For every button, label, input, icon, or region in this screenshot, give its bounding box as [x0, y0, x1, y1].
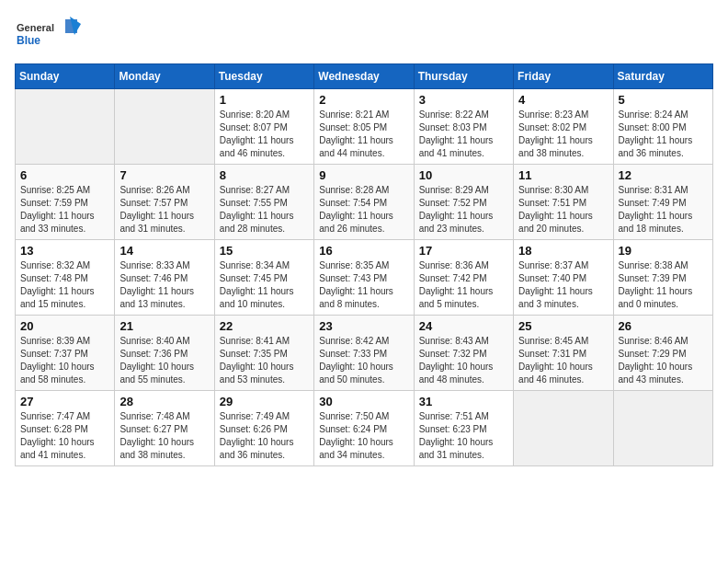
day-number: 18 [518, 244, 608, 258]
day-info: Sunrise: 8:35 AMSunset: 7:43 PMDaylight:… [319, 259, 408, 311]
day-info: Sunrise: 8:24 AMSunset: 8:00 PMDaylight:… [619, 109, 708, 160]
day-number: 7 [119, 168, 209, 182]
day-info: Sunrise: 8:29 AMSunset: 7:52 PMDaylight:… [419, 184, 508, 236]
calendar-cell: 29Sunrise: 7:49 AMSunset: 6:26 PMDayligh… [214, 391, 313, 466]
calendar-cell: 24Sunrise: 8:43 AMSunset: 7:32 PMDayligh… [414, 316, 513, 391]
day-number: 30 [319, 395, 408, 408]
calendar-cell: 22Sunrise: 8:41 AMSunset: 7:35 PMDayligh… [214, 316, 313, 391]
calendar-cell [514, 391, 613, 466]
day-info: Sunrise: 8:42 AMSunset: 7:33 PMDaylight:… [319, 335, 408, 386]
day-number: 1 [220, 93, 309, 107]
logo-svg: General Blue [15, 15, 88, 56]
day-info: Sunrise: 8:40 AMSunset: 7:36 PMDaylight:… [119, 335, 209, 386]
day-number: 26 [619, 319, 708, 333]
day-number: 4 [518, 93, 608, 107]
calendar-cell: 15Sunrise: 8:34 AMSunset: 7:45 PMDayligh… [214, 240, 313, 316]
column-header-sunday: Sunday [16, 64, 115, 89]
column-header-wednesday: Wednesday [314, 64, 414, 89]
calendar-cell: 16Sunrise: 8:35 AMSunset: 7:43 PMDayligh… [314, 240, 414, 316]
calendar-week-1: 1Sunrise: 8:20 AMSunset: 8:07 PMDaylight… [16, 89, 713, 165]
day-info: Sunrise: 7:47 AMSunset: 6:28 PMDaylight:… [20, 410, 109, 462]
day-info: Sunrise: 8:33 AMSunset: 7:46 PMDaylight:… [119, 259, 209, 311]
calendar-cell: 28Sunrise: 7:48 AMSunset: 6:27 PMDayligh… [115, 391, 214, 466]
calendar-cell: 17Sunrise: 8:36 AMSunset: 7:42 PMDayligh… [414, 240, 513, 316]
day-info: Sunrise: 8:39 AMSunset: 7:37 PMDaylight:… [20, 335, 109, 386]
calendar-cell [16, 89, 115, 165]
day-info: Sunrise: 8:38 AMSunset: 7:39 PMDaylight:… [619, 259, 708, 311]
day-number: 10 [419, 168, 508, 182]
day-number: 21 [119, 319, 209, 333]
calendar-cell: 10Sunrise: 8:29 AMSunset: 7:52 PMDayligh… [414, 165, 513, 240]
calendar-cell: 13Sunrise: 8:32 AMSunset: 7:48 PMDayligh… [16, 240, 115, 316]
calendar-cell: 6Sunrise: 8:25 AMSunset: 7:59 PMDaylight… [16, 165, 115, 240]
calendar-body: 1Sunrise: 8:20 AMSunset: 8:07 PMDaylight… [16, 89, 713, 466]
day-number: 8 [220, 168, 309, 182]
day-number: 2 [319, 93, 408, 107]
calendar-week-3: 13Sunrise: 8:32 AMSunset: 7:48 PMDayligh… [16, 240, 713, 316]
calendar-cell: 26Sunrise: 8:46 AMSunset: 7:29 PMDayligh… [613, 316, 712, 391]
day-info: Sunrise: 8:43 AMSunset: 7:32 PMDaylight:… [419, 335, 508, 386]
calendar-cell: 25Sunrise: 8:45 AMSunset: 7:31 PMDayligh… [514, 316, 613, 391]
calendar-cell: 23Sunrise: 8:42 AMSunset: 7:33 PMDayligh… [314, 316, 414, 391]
calendar-cell: 20Sunrise: 8:39 AMSunset: 7:37 PMDayligh… [16, 316, 115, 391]
day-info: Sunrise: 8:22 AMSunset: 8:03 PMDaylight:… [419, 109, 508, 160]
day-info: Sunrise: 8:31 AMSunset: 7:49 PMDaylight:… [619, 184, 708, 236]
day-number: 31 [419, 395, 508, 408]
column-header-monday: Monday [115, 64, 214, 89]
day-number: 24 [419, 319, 508, 333]
column-header-tuesday: Tuesday [214, 64, 313, 89]
day-number: 13 [20, 244, 109, 258]
calendar-cell: 18Sunrise: 8:37 AMSunset: 7:40 PMDayligh… [514, 240, 613, 316]
day-number: 16 [319, 244, 408, 258]
day-number: 28 [119, 395, 209, 408]
day-number: 11 [518, 168, 608, 182]
page-header: General Blue [15, 15, 713, 56]
calendar-cell: 2Sunrise: 8:21 AMSunset: 8:05 PMDaylight… [314, 89, 414, 165]
day-info: Sunrise: 8:28 AMSunset: 7:54 PMDaylight:… [319, 184, 408, 236]
day-number: 14 [119, 244, 209, 258]
day-info: Sunrise: 8:23 AMSunset: 8:02 PMDaylight:… [518, 109, 608, 160]
calendar-cell: 7Sunrise: 8:26 AMSunset: 7:57 PMDaylight… [115, 165, 214, 240]
calendar-cell: 8Sunrise: 8:27 AMSunset: 7:55 PMDaylight… [214, 165, 313, 240]
day-info: Sunrise: 8:30 AMSunset: 7:51 PMDaylight:… [518, 184, 608, 236]
svg-text:Blue: Blue [17, 34, 40, 47]
day-info: Sunrise: 8:21 AMSunset: 8:05 PMDaylight:… [319, 109, 408, 160]
calendar-cell: 19Sunrise: 8:38 AMSunset: 7:39 PMDayligh… [613, 240, 712, 316]
day-info: Sunrise: 7:51 AMSunset: 6:23 PMDaylight:… [419, 410, 508, 462]
calendar-cell: 5Sunrise: 8:24 AMSunset: 8:00 PMDaylight… [613, 89, 712, 165]
calendar-cell: 9Sunrise: 8:28 AMSunset: 7:54 PMDaylight… [314, 165, 414, 240]
day-number: 22 [220, 319, 309, 333]
day-info: Sunrise: 7:48 AMSunset: 6:27 PMDaylight:… [119, 410, 209, 462]
calendar-cell: 31Sunrise: 7:51 AMSunset: 6:23 PMDayligh… [414, 391, 513, 466]
calendar-header: SundayMondayTuesdayWednesdayThursdayFrid… [16, 64, 713, 89]
day-info: Sunrise: 8:37 AMSunset: 7:40 PMDaylight:… [518, 259, 608, 311]
day-number: 19 [619, 244, 708, 258]
day-info: Sunrise: 8:20 AMSunset: 8:07 PMDaylight:… [220, 109, 309, 160]
calendar-cell: 11Sunrise: 8:30 AMSunset: 7:51 PMDayligh… [514, 165, 613, 240]
day-info: Sunrise: 8:27 AMSunset: 7:55 PMDaylight:… [220, 184, 309, 236]
calendar-cell [613, 391, 712, 466]
day-number: 15 [220, 244, 309, 258]
day-number: 5 [619, 93, 708, 107]
calendar-cell: 3Sunrise: 8:22 AMSunset: 8:03 PMDaylight… [414, 89, 513, 165]
day-number: 17 [419, 244, 508, 258]
svg-text:General: General [17, 22, 54, 33]
day-number: 6 [20, 168, 109, 182]
day-number: 3 [419, 93, 508, 107]
day-info: Sunrise: 7:50 AMSunset: 6:24 PMDaylight:… [319, 410, 408, 462]
calendar-cell: 1Sunrise: 8:20 AMSunset: 8:07 PMDaylight… [214, 89, 313, 165]
day-info: Sunrise: 8:26 AMSunset: 7:57 PMDaylight:… [119, 184, 209, 236]
day-info: Sunrise: 8:36 AMSunset: 7:42 PMDaylight:… [419, 259, 508, 311]
calendar-cell: 21Sunrise: 8:40 AMSunset: 7:36 PMDayligh… [115, 316, 214, 391]
day-number: 29 [220, 395, 309, 408]
column-header-saturday: Saturday [613, 64, 712, 89]
calendar-cell: 27Sunrise: 7:47 AMSunset: 6:28 PMDayligh… [16, 391, 115, 466]
day-number: 25 [518, 319, 608, 333]
calendar-cell: 12Sunrise: 8:31 AMSunset: 7:49 PMDayligh… [613, 165, 712, 240]
column-header-friday: Friday [514, 64, 613, 89]
calendar-week-4: 20Sunrise: 8:39 AMSunset: 7:37 PMDayligh… [16, 316, 713, 391]
day-number: 9 [319, 168, 408, 182]
calendar-table: SundayMondayTuesdayWednesdayThursdayFrid… [15, 63, 713, 466]
day-info: Sunrise: 8:46 AMSunset: 7:29 PMDaylight:… [619, 335, 708, 386]
day-info: Sunrise: 8:34 AMSunset: 7:45 PMDaylight:… [220, 259, 309, 311]
